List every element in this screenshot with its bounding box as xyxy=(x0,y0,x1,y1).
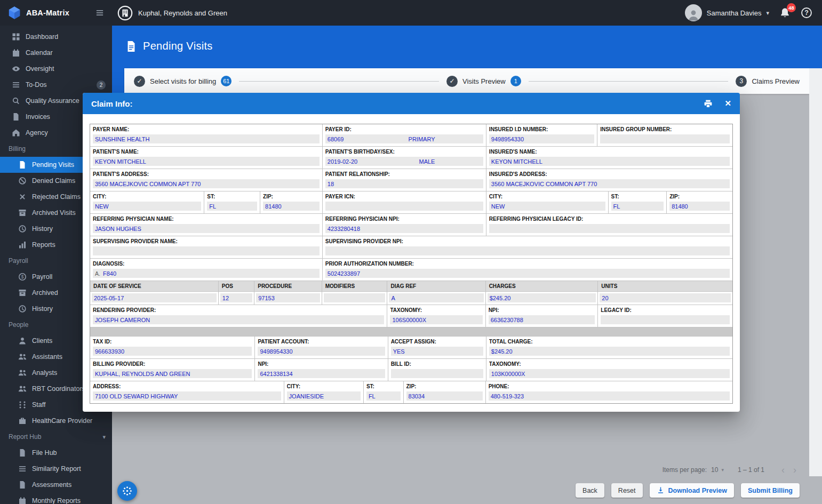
field-label: ZIP: xyxy=(263,194,320,200)
items-per-page-select[interactable]: 10 ▾ xyxy=(711,466,724,474)
field-input[interactable]: JASON HUGHES xyxy=(93,224,320,233)
sidebar-item-similarity-report[interactable]: Similarity Report xyxy=(0,461,112,477)
field-input[interactable]: A xyxy=(389,293,483,302)
field-input[interactable] xyxy=(600,134,730,143)
field-input[interactable]: 68069PRIMARY xyxy=(325,134,483,143)
field-input[interactable] xyxy=(325,202,483,211)
field-city: CITY:NEW xyxy=(90,191,204,213)
reset-button[interactable]: Reset xyxy=(611,483,643,498)
sidebar-item-calendar[interactable]: Calendar xyxy=(0,45,112,61)
field-input[interactable]: $245.20 xyxy=(488,293,596,302)
field-value: 68069 xyxy=(328,136,344,142)
field-input[interactable]: 5024233897 xyxy=(325,269,730,278)
field-value: 4233280418 xyxy=(328,226,360,232)
field-input[interactable] xyxy=(324,293,386,302)
nav-label: Archived Visits xyxy=(32,209,76,217)
sidebar-item-to-dos[interactable]: To-Dos2 xyxy=(0,77,112,93)
sidebar-item-monthly-reports[interactable]: Monthly Reports xyxy=(0,493,112,504)
field-input[interactable]: 81480 xyxy=(669,202,730,211)
step-claims-preview[interactable]: 3Claims Preview xyxy=(736,76,800,87)
field-input[interactable]: 12 xyxy=(220,293,252,302)
clock-icon xyxy=(18,225,27,233)
sidebar-item-file-hub[interactable]: File Hub xyxy=(0,445,112,461)
field-input[interactable]: 83034 xyxy=(406,391,483,401)
step-visits-preview[interactable]: ✓Visits Preview1 xyxy=(446,76,521,87)
field-input[interactable]: 9498954330 xyxy=(489,134,594,143)
field-input[interactable]: FL xyxy=(366,391,401,401)
field-input[interactable]: 81480 xyxy=(263,202,320,211)
help-button[interactable]: ? xyxy=(801,7,812,19)
field-input[interactable]: YES xyxy=(391,347,483,356)
floating-widget-button[interactable] xyxy=(117,481,137,501)
submit-billing-button[interactable]: Submit Billing xyxy=(741,483,800,498)
field-input[interactable]: NEW xyxy=(93,202,201,211)
field-label: PATIENT'S NAME: xyxy=(93,149,320,155)
field-input[interactable] xyxy=(391,369,483,378)
field-input[interactable] xyxy=(601,315,730,324)
field-input[interactable]: 106S00000X xyxy=(390,315,482,324)
field-input[interactable]: KEYON MITCHELL xyxy=(93,157,320,166)
field-label: PAYER ICN: xyxy=(325,194,483,200)
field-input[interactable]: 9498954330 xyxy=(258,347,385,356)
service-col-date-of-service: DATE OF SERVICE xyxy=(90,281,219,291)
menu-toggle-icon[interactable] xyxy=(95,9,105,17)
modal-header: Claim Info: ✕ xyxy=(83,93,740,114)
nav-label: Payroll xyxy=(32,273,52,281)
field-input[interactable]: 2025-05-17 xyxy=(92,293,217,302)
field-value: JOSEPH CAMERON xyxy=(95,317,150,323)
field-input[interactable]: 3560 MACEJKOVIC COMMON APT 770 xyxy=(93,179,320,188)
back-button[interactable]: Back xyxy=(576,483,604,498)
field-input[interactable]: SUNSHINE HEALTH xyxy=(93,134,320,143)
sidebar-item-dashboard[interactable]: Dashboard xyxy=(0,29,112,45)
field-input[interactable]: FL xyxy=(611,202,664,211)
field-input[interactable]: 20 xyxy=(600,293,731,302)
sidebar-section-report-hub[interactable]: Report Hub▾ xyxy=(0,429,112,445)
field-input[interactable]: KUPHAL, REYNOLDS AND GREEN xyxy=(93,369,252,378)
field-input[interactable]: NEW xyxy=(489,202,605,211)
sidebar-item-oversight[interactable]: Oversight xyxy=(0,61,112,77)
grid-icon xyxy=(12,33,20,41)
close-button[interactable]: ✕ xyxy=(724,99,731,108)
field-st: ST:FL xyxy=(609,191,667,213)
next-page-button[interactable]: › xyxy=(789,464,801,476)
field-input[interactable]: JOSEPH CAMERON xyxy=(93,315,384,324)
download-preview-button[interactable]: Download Preview xyxy=(650,483,734,498)
notifications-button[interactable]: 48 xyxy=(779,7,791,19)
field-input[interactable]: KEYON MITCHELL xyxy=(489,157,730,166)
user-menu[interactable]: Samantha Davies ▾ xyxy=(685,4,769,21)
field-label: SUPERVISING PROVIDER NPI: xyxy=(325,238,730,245)
field-patient-relationship: PATIENT RELATIONSHIP:18 xyxy=(323,169,486,191)
field-input[interactable]: A.F840 xyxy=(93,269,320,278)
field-input[interactable]: 480-519-323 xyxy=(489,391,730,401)
field-input[interactable]: 966633930 xyxy=(93,347,252,356)
field-input[interactable]: 2019-02-20MALE xyxy=(325,157,483,166)
field-input[interactable]: $245.20 xyxy=(489,347,730,356)
field-input[interactable]: 3560 MACEJKOVIC COMMON APT 770 xyxy=(489,179,730,188)
x-icon xyxy=(18,193,27,201)
field-input[interactable]: 18 xyxy=(325,179,483,188)
field-input[interactable]: 97153 xyxy=(256,293,320,302)
print-button[interactable] xyxy=(704,99,713,108)
field-value: FL xyxy=(613,203,620,210)
field-bill-id: BILL ID: xyxy=(388,359,486,381)
nav-label: Dashboard xyxy=(26,33,58,41)
scrollbar[interactable] xyxy=(809,68,822,476)
sidebar-item-healthcare-provider[interactable]: HealthCare Provider xyxy=(0,413,112,429)
nav-label: RBT Coordinators xyxy=(32,385,85,393)
field-label: CITY: xyxy=(287,383,361,390)
field-input[interactable] xyxy=(325,246,730,255)
field-zip: ZIP:81480 xyxy=(260,191,323,213)
field-input[interactable]: JOANIESIDE xyxy=(287,391,361,401)
field-input[interactable] xyxy=(489,224,730,233)
field-input[interactable]: 4233280418 xyxy=(325,224,483,233)
field-input[interactable]: 7100 OLD SEWARD HIGHWAY xyxy=(93,391,281,401)
previous-page-button[interactable]: ‹ xyxy=(777,464,789,476)
field-input[interactable]: 6636230788 xyxy=(489,315,595,324)
sidebar-item-assessments[interactable]: Assessments xyxy=(0,477,112,493)
field-input[interactable]: 6421338134 xyxy=(258,369,385,378)
field-phone: PHONE:480-519-323 xyxy=(486,381,732,403)
step-select-visits-for-billing[interactable]: ✓Select visits for billing61 xyxy=(134,76,232,87)
field-input[interactable]: FL xyxy=(207,202,257,211)
field-input[interactable]: 103K00000X xyxy=(489,369,730,378)
field-input[interactable] xyxy=(93,246,320,255)
